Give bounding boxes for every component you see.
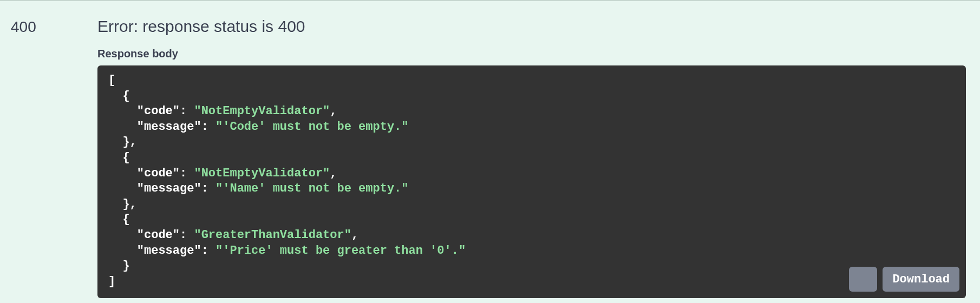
response-body-label: Response body	[97, 48, 966, 60]
download-button[interactable]: Download	[883, 267, 959, 292]
status-code: 400	[0, 5, 97, 303]
error-message: Error: response status is 400	[97, 17, 966, 36]
response-body-code: [ { "code": "NotEmptyValidator", "messag…	[97, 65, 966, 298]
response-panel: 400 Error: response status is 400 Respon…	[0, 0, 980, 303]
copy-button[interactable]	[849, 267, 877, 292]
response-main: Error: response status is 400 Response b…	[97, 5, 980, 303]
